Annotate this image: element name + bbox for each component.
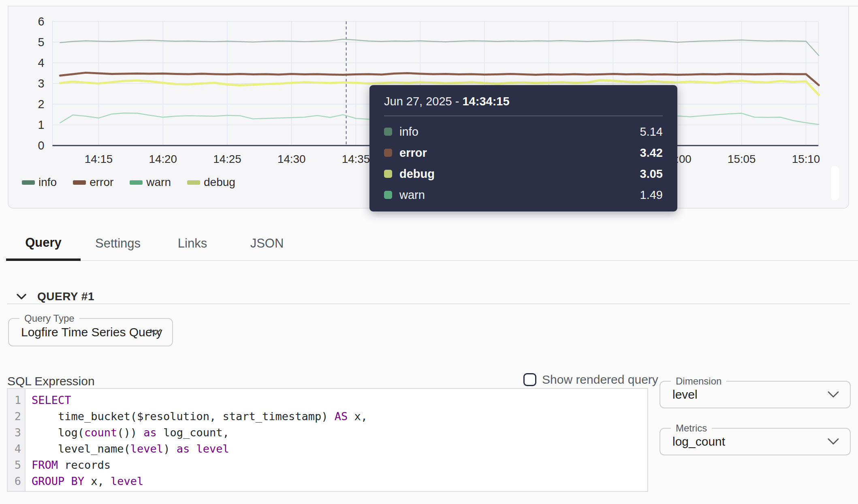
chevron-down-icon: [16, 293, 27, 300]
chart-legend: infoerrorwarndebug: [22, 176, 235, 189]
line-number: 4: [8, 441, 21, 457]
tab-query[interactable]: Query: [6, 227, 81, 261]
svg-text:6: 6: [38, 15, 45, 28]
line-number: 3: [8, 425, 21, 441]
line-number: 5: [8, 457, 21, 473]
tooltip-series-value: 1.49: [640, 188, 663, 202]
tooltip-series-value: 3.42: [640, 146, 663, 160]
metrics-label: Metrics: [671, 423, 712, 434]
series-swatch-error: [384, 149, 392, 157]
svg-text:15:05: 15:05: [728, 153, 756, 165]
show-rendered-checkbox[interactable]: [523, 373, 536, 386]
sql-code-editor[interactable]: 123456 SELECT time_bucket($resolution, s…: [7, 388, 648, 492]
legend-label: debug: [204, 176, 235, 189]
tooltip-row-error: error3.42: [384, 142, 663, 163]
svg-text:3: 3: [38, 77, 45, 90]
tooltip-row-warn: warn1.49: [384, 184, 663, 205]
svg-text:1: 1: [38, 118, 45, 131]
legend-swatch-warn: [130, 180, 143, 185]
tooltip-series-name: debug: [399, 167, 633, 181]
tab-bar: QuerySettingsLinksJSON: [6, 227, 858, 261]
tooltip-timestamp: Jun 27, 2025 - 14:34:15: [384, 85, 663, 108]
series-swatch-debug: [384, 170, 392, 178]
svg-text:14:35: 14:35: [342, 153, 370, 165]
svg-text:4: 4: [38, 56, 45, 69]
legend-label: error: [90, 176, 113, 189]
dimension-select[interactable]: Dimension level: [660, 381, 851, 408]
editor-line-numbers: 123456: [8, 389, 26, 491]
tooltip-row-info: info5.14: [384, 121, 663, 142]
legend-label: warn: [146, 176, 171, 189]
legend-item-info[interactable]: info: [22, 176, 57, 189]
section-divider: [7, 303, 850, 304]
legend-item-debug[interactable]: debug: [187, 176, 235, 189]
metrics-select[interactable]: Metrics log_count: [660, 428, 851, 455]
legend-swatch-info: [22, 180, 35, 185]
code-line: level_name(level) as level: [32, 441, 367, 457]
tooltip-series-name: info: [399, 125, 633, 139]
panel-top-border: [848, 6, 858, 6]
code-line: FROM records: [32, 457, 367, 473]
tab-json[interactable]: JSON: [230, 227, 304, 260]
line-number: 6: [8, 473, 21, 489]
legend-item-warn[interactable]: warn: [130, 176, 171, 189]
code-line: time_bucket($resolution, start_timestamp…: [32, 408, 367, 425]
series-swatch-warn: [384, 191, 392, 199]
svg-text:14:25: 14:25: [213, 153, 241, 165]
dimension-label: Dimension: [671, 376, 726, 387]
query-type-label: Query Type: [19, 313, 79, 324]
legend-swatch-error: [73, 180, 86, 185]
svg-text:2: 2: [38, 98, 45, 111]
chevron-down-icon: [827, 438, 839, 446]
svg-text:14:30: 14:30: [277, 153, 305, 165]
show-rendered-query-toggle[interactable]: Show rendered query: [523, 373, 658, 387]
tooltip-series-value: 3.05: [640, 167, 663, 181]
code-line: log(count()) as log_count,: [32, 425, 367, 441]
series-swatch-info: [384, 128, 392, 136]
metrics-value: log_count: [672, 435, 725, 448]
chevron-down-icon: [827, 391, 839, 399]
code-line: GROUP BY x, level: [32, 473, 367, 489]
chart-scrollbar-thumb[interactable]: [831, 166, 839, 200]
line-number: 1: [8, 392, 21, 408]
collapse-query-section[interactable]: QUERY #1: [16, 290, 94, 303]
chart-tooltip: Jun 27, 2025 - 14:34:15 info5.14error3.4…: [369, 85, 677, 211]
query-type-value: Logfire Time Series Query: [21, 325, 162, 339]
code-line: SELECT: [32, 392, 367, 408]
query-section-title: QUERY #1: [37, 290, 94, 303]
line-number: 2: [8, 408, 21, 425]
svg-text:14:15: 14:15: [85, 153, 113, 165]
sql-expression-label: SQL Expression: [7, 374, 95, 388]
dimension-value: level: [672, 388, 698, 401]
legend-label: info: [38, 176, 57, 189]
svg-text:5: 5: [38, 36, 45, 49]
show-rendered-label: Show rendered query: [542, 373, 658, 387]
tab-links[interactable]: Links: [155, 227, 230, 260]
legend-item-error[interactable]: error: [73, 176, 113, 189]
tooltip-series-name: error: [399, 146, 633, 160]
legend-swatch-debug: [187, 180, 200, 185]
tooltip-divider: [384, 115, 663, 116]
svg-text:14:20: 14:20: [149, 153, 177, 165]
query-type-select[interactable]: Query Type Logfire Time Series Query: [8, 318, 173, 346]
svg-text:0: 0: [38, 139, 45, 152]
tooltip-row-debug: debug3.05: [384, 163, 663, 184]
svg-text:15:10: 15:10: [792, 153, 820, 165]
tooltip-series-name: warn: [399, 188, 633, 202]
editor-code[interactable]: SELECT time_bucket($resolution, start_ti…: [26, 389, 367, 491]
chevron-down-icon: [149, 329, 162, 336]
tab-settings[interactable]: Settings: [81, 227, 155, 260]
tooltip-series-value: 5.14: [640, 125, 663, 139]
